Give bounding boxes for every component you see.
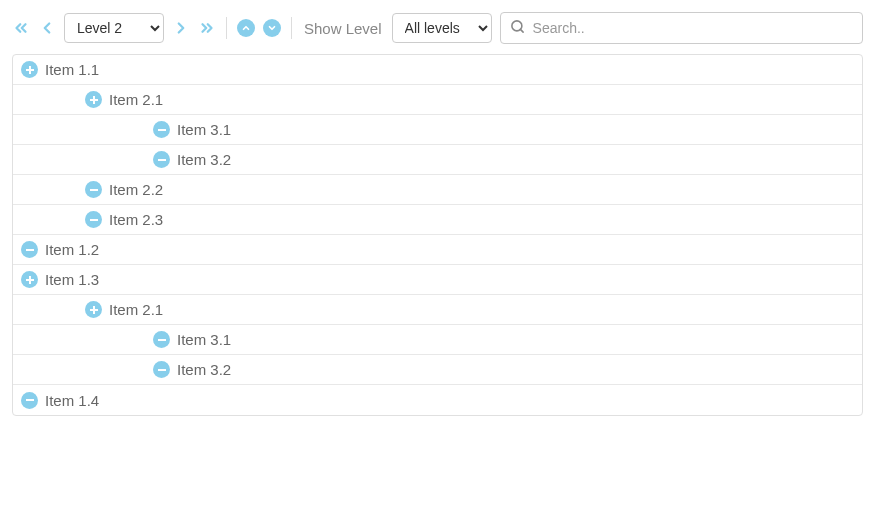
expand-all-button[interactable]	[263, 19, 281, 37]
tree-item-label: Item 2.1	[109, 91, 163, 108]
tree-row[interactable]: Item 3.2	[13, 355, 862, 385]
tree-item-label: Item 3.1	[177, 121, 231, 138]
collapse-all-button[interactable]	[237, 19, 255, 37]
tree-item-label: Item 3.2	[177, 361, 231, 378]
tree-row[interactable]: Item 3.1	[13, 115, 862, 145]
last-icon[interactable]	[198, 19, 216, 37]
level-select[interactable]: Level 2	[64, 13, 164, 43]
search-container	[500, 12, 863, 44]
tree-row[interactable]: Item 2.3	[13, 205, 862, 235]
tree-row[interactable]: Item 1.1	[13, 55, 862, 85]
tree: Item 1.1Item 2.1Item 3.1Item 3.2Item 2.2…	[12, 54, 863, 416]
divider	[226, 17, 227, 39]
tree-row[interactable]: Item 2.1	[13, 295, 862, 325]
svg-line-1	[520, 29, 523, 32]
nav-group: Level 2	[12, 13, 216, 43]
tree-item-label: Item 3.2	[177, 151, 231, 168]
expand-icon[interactable]	[21, 61, 38, 78]
tree-row[interactable]: Item 2.1	[13, 85, 862, 115]
tree-item-label: Item 2.1	[109, 301, 163, 318]
collapse-icon[interactable]	[153, 151, 170, 168]
tree-item-label: Item 1.1	[45, 61, 99, 78]
collapse-icon[interactable]	[153, 121, 170, 138]
tree-item-label: Item 3.1	[177, 331, 231, 348]
collapse-icon[interactable]	[153, 331, 170, 348]
tree-item-label: Item 2.3	[109, 211, 163, 228]
search-icon	[510, 19, 525, 37]
collapse-icon[interactable]	[85, 211, 102, 228]
show-level-label: Show Level	[304, 20, 382, 37]
collapse-icon[interactable]	[21, 241, 38, 258]
tree-row[interactable]: Item 1.2	[13, 235, 862, 265]
tree-item-label: Item 1.2	[45, 241, 99, 258]
tree-item-label: Item 2.2	[109, 181, 163, 198]
expand-icon[interactable]	[21, 271, 38, 288]
tree-row[interactable]: Item 3.1	[13, 325, 862, 355]
divider	[291, 17, 292, 39]
next-icon[interactable]	[172, 19, 190, 37]
first-icon[interactable]	[12, 19, 30, 37]
tree-row[interactable]: Item 3.2	[13, 145, 862, 175]
tree-row[interactable]: Item 2.2	[13, 175, 862, 205]
expand-icon[interactable]	[85, 301, 102, 318]
prev-icon[interactable]	[38, 19, 56, 37]
tree-item-label: Item 1.3	[45, 271, 99, 288]
collapse-icon[interactable]	[85, 181, 102, 198]
expand-icon[interactable]	[85, 91, 102, 108]
search-input[interactable]	[500, 12, 863, 44]
collapse-icon[interactable]	[21, 392, 38, 409]
toolbar: Level 2 Show Level All levels	[12, 12, 863, 44]
tree-row[interactable]: Item 1.3	[13, 265, 862, 295]
collapse-icon[interactable]	[153, 361, 170, 378]
show-level-select[interactable]: All levels	[392, 13, 492, 43]
tree-item-label: Item 1.4	[45, 392, 99, 409]
tree-row[interactable]: Item 1.4	[13, 385, 862, 415]
